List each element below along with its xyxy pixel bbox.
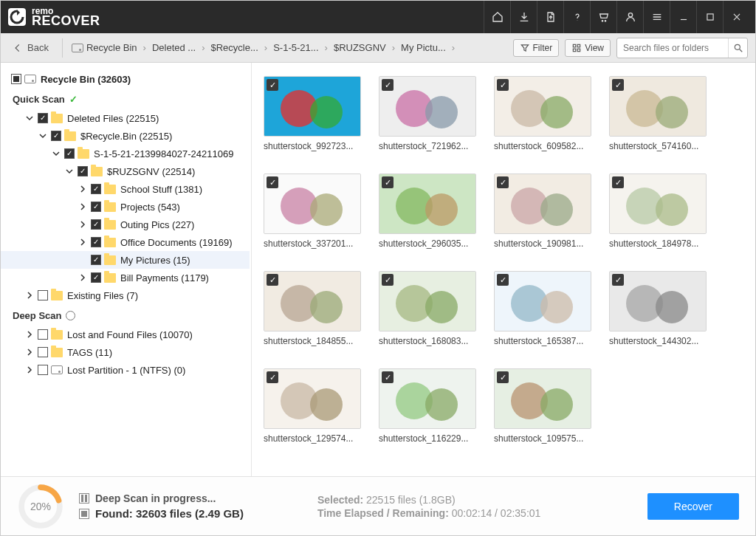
tree-item[interactable]: My Pictures (15) [1,251,250,269]
chevron-down-icon[interactable] [64,166,75,176]
tree-item[interactable]: Lost and Found Files (10070) [1,326,250,343]
stop-icon[interactable] [79,509,89,519]
chevron-down-icon[interactable] [51,148,61,159]
tree-item[interactable]: $RUZSGNV (22514) [1,162,250,180]
thumbnail-checkbox[interactable]: ✓ [267,274,278,286]
thumbnail-image[interactable]: ✓ [494,173,591,234]
thumbnail-image[interactable]: ✓ [494,368,591,429]
thumbnail[interactable]: ✓shutterstock_296035... [379,173,476,249]
thumbnail[interactable]: ✓shutterstock_992723... [264,76,361,151]
chevron-down-icon[interactable] [38,131,48,141]
checkbox[interactable] [38,113,48,123]
breadcrumb-item[interactable]: My Pictu... [401,42,446,53]
thumbnail-checkbox[interactable]: ✓ [612,79,624,91]
checkbox[interactable] [11,74,21,84]
thumbnail-checkbox[interactable]: ✓ [612,274,624,286]
tree-item[interactable]: School Stuff (1381) [1,180,250,198]
thumbnail[interactable]: ✓shutterstock_116229... [379,368,476,444]
checkbox[interactable] [91,202,101,212]
chevron-right-icon[interactable] [24,290,35,300]
thumbnail[interactable]: ✓shutterstock_721962... [379,76,476,151]
thumbnail-image[interactable]: ✓ [264,368,361,429]
thumbnail-image[interactable]: ✓ [379,76,476,137]
thumbnail-image[interactable]: ✓ [264,271,361,331]
chevron-right-icon[interactable] [78,202,88,212]
search-icon[interactable] [728,38,747,58]
thumbnail-checkbox[interactable]: ✓ [382,274,394,286]
thumbnail[interactable]: ✓shutterstock_168083... [379,271,476,346]
back-button[interactable]: Back [8,39,53,56]
checkbox[interactable] [38,347,48,357]
checkbox[interactable] [51,131,61,141]
menu-icon[interactable] [643,1,670,33]
thumbnail-checkbox[interactable]: ✓ [267,79,278,91]
thumbnail-image[interactable]: ✓ [609,173,707,234]
breadcrumb-item[interactable]: Deleted ... [152,42,196,53]
search-input[interactable] [617,43,728,53]
minimize-icon[interactable] [670,1,696,33]
checkbox[interactable] [38,365,48,375]
tree-item[interactable]: $Recycle.Bin (22515) [1,127,250,145]
thumbnail-checkbox[interactable]: ✓ [382,371,394,383]
thumbnail[interactable]: ✓shutterstock_184978... [609,173,707,249]
breadcrumb-item[interactable]: Recycle Bin [72,42,137,53]
thumbnail-checkbox[interactable]: ✓ [497,176,509,188]
checkbox[interactable] [91,255,101,265]
user-icon[interactable] [616,1,643,33]
thumbnail-image[interactable]: ✓ [379,271,476,331]
recover-button[interactable]: Recover [647,493,739,520]
breadcrumb-item[interactable]: $RUZSGNV [334,42,386,53]
thumbnail-image[interactable]: ✓ [379,173,476,234]
chevron-right-icon[interactable] [78,272,88,283]
maximize-icon[interactable] [696,1,723,33]
thumbnail-checkbox[interactable]: ✓ [267,371,278,383]
download-icon[interactable] [510,1,537,33]
thumbnail-checkbox[interactable]: ✓ [497,371,509,383]
export-icon[interactable] [537,1,563,33]
thumbnail-checkbox[interactable]: ✓ [382,176,394,188]
chevron-right-icon[interactable] [24,365,35,375]
thumbnail-image[interactable]: ✓ [379,368,476,429]
cart-icon[interactable] [590,1,616,33]
home-icon[interactable] [484,1,510,33]
thumbnail[interactable]: ✓shutterstock_337201... [264,173,361,249]
close-icon[interactable] [723,1,749,33]
tree-item[interactable]: Office Documents (19169) [1,233,250,251]
checkbox[interactable] [91,219,101,230]
checkbox[interactable] [91,237,101,247]
thumbnail-checkbox[interactable]: ✓ [497,274,509,286]
thumbnail-image[interactable]: ✓ [609,271,707,331]
thumbnail-image[interactable]: ✓ [494,76,591,137]
tree-item[interactable]: S-1-5-21-2139984027-24211069 [1,145,250,162]
thumbnail-image[interactable]: ✓ [609,76,707,137]
thumbnail-checkbox[interactable]: ✓ [612,176,624,188]
thumbnail[interactable]: ✓shutterstock_129574... [264,368,361,444]
thumbnail-checkbox[interactable]: ✓ [267,176,278,188]
chevron-right-icon[interactable] [78,184,88,194]
thumbnail-checkbox[interactable]: ✓ [497,79,509,91]
checkbox[interactable] [38,290,48,300]
chevron-right-icon[interactable] [78,219,88,230]
chevron-right-icon[interactable] [24,329,35,340]
tree-item[interactable]: Projects (543) [1,198,250,216]
search-box[interactable] [616,38,748,58]
tree-root[interactable]: Recycle Bin (32603) [1,70,250,88]
tree-item[interactable]: TAGS (11) [1,343,250,361]
thumbnail[interactable]: ✓shutterstock_144302... [609,271,707,346]
tree-item[interactable]: Existing Files (7) [1,286,250,304]
tree-item[interactable]: Outing Pics (227) [1,216,250,233]
thumbnail[interactable]: ✓shutterstock_165387... [494,271,591,346]
thumbnail-image[interactable]: ✓ [264,173,361,234]
tree-item[interactable]: Deleted Files (22515) [1,109,250,127]
thumbnail[interactable]: ✓shutterstock_109575... [494,368,591,444]
chevron-down-icon[interactable] [24,113,35,123]
checkbox[interactable] [38,329,48,340]
tree-item[interactable]: Bill Payments (1179) [1,269,250,286]
thumbnail[interactable]: ✓shutterstock_574160... [609,76,707,151]
help-icon[interactable] [563,1,590,33]
thumbnail[interactable]: ✓shutterstock_609582... [494,76,591,151]
view-button[interactable]: View [565,39,611,57]
thumbnail[interactable]: ✓shutterstock_190981... [494,173,591,249]
pause-icon[interactable] [79,493,89,504]
thumbnail-checkbox[interactable]: ✓ [382,79,394,91]
